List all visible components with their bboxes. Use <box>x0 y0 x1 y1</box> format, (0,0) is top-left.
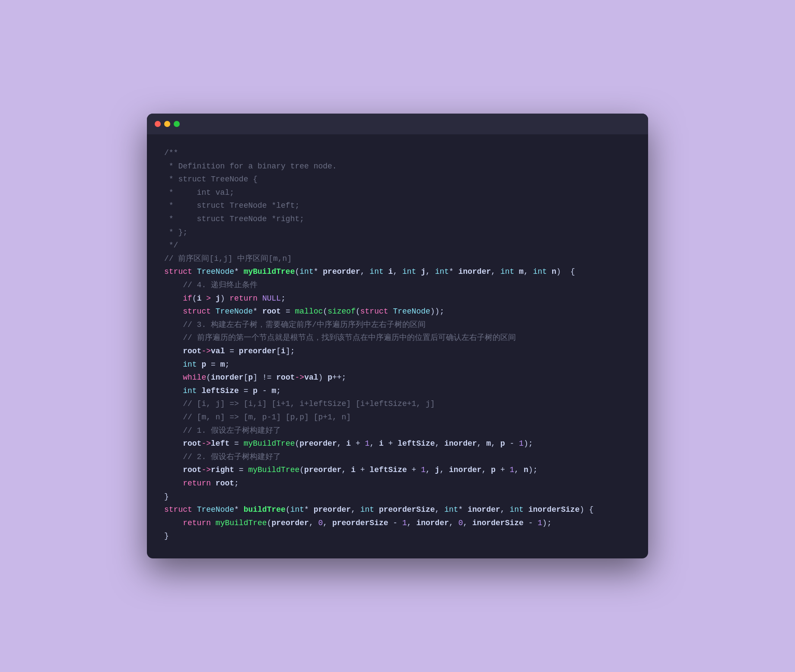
titlebar <box>147 114 648 134</box>
maximize-button[interactable] <box>174 121 180 127</box>
code-window: /** * Definition for a binary tree node.… <box>147 114 648 558</box>
minimize-button[interactable] <box>164 121 170 127</box>
code-editor[interactable]: /** * Definition for a binary tree node.… <box>147 134 648 558</box>
close-button[interactable] <box>155 121 161 127</box>
